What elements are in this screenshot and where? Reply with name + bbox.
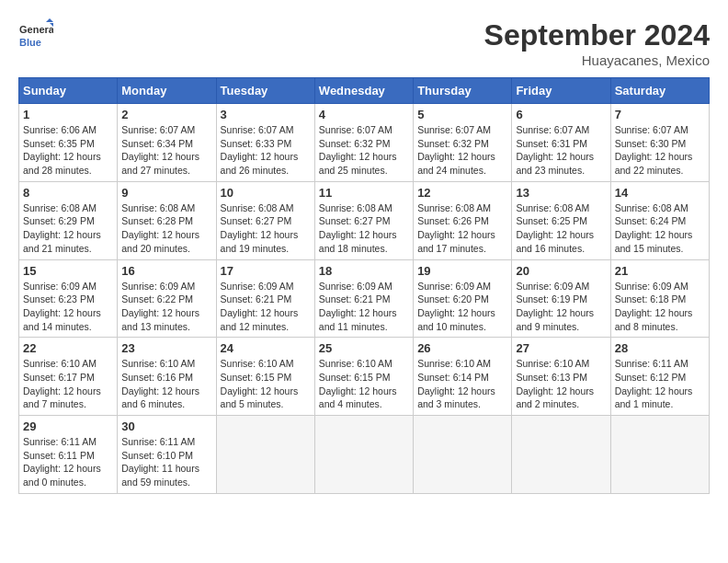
month-title: September 2024	[484, 18, 710, 52]
day-cell-18: 18Sunrise: 6:09 AMSunset: 6:21 PMDayligh…	[314, 259, 413, 338]
empty-cell	[216, 416, 314, 494]
day-number: 27	[516, 341, 606, 355]
day-cell-21: 21Sunrise: 6:09 AMSunset: 6:18 PMDayligh…	[610, 259, 709, 338]
day-info: Sunrise: 6:08 AMSunset: 6:24 PMDaylight:…	[615, 201, 705, 256]
day-cell-10: 10Sunrise: 6:08 AMSunset: 6:27 PMDayligh…	[216, 181, 314, 259]
day-info: Sunrise: 6:09 AMSunset: 6:19 PMDaylight:…	[516, 280, 606, 334]
day-info: Sunrise: 6:07 AMSunset: 6:32 PMDaylight:…	[319, 123, 409, 178]
calendar-week-row: 8Sunrise: 6:08 AMSunset: 6:29 PMDaylight…	[19, 181, 710, 259]
header-monday: Monday	[118, 78, 216, 104]
calendar-week-row: 15Sunrise: 6:09 AMSunset: 6:23 PMDayligh…	[19, 259, 710, 338]
day-cell-26: 26Sunrise: 6:10 AMSunset: 6:14 PMDayligh…	[414, 338, 512, 416]
day-info: Sunrise: 6:09 AMSunset: 6:22 PMDaylight:…	[121, 280, 211, 334]
day-cell-13: 13Sunrise: 6:08 AMSunset: 6:25 PMDayligh…	[512, 181, 610, 259]
svg-text:General: General	[19, 24, 53, 35]
empty-cell	[414, 416, 512, 494]
day-info: Sunrise: 6:10 AMSunset: 6:14 PMDaylight:…	[417, 357, 507, 411]
day-info: Sunrise: 6:10 AMSunset: 6:17 PMDaylight:…	[23, 357, 113, 411]
day-number: 21	[615, 264, 705, 278]
day-number: 16	[121, 264, 211, 278]
day-number: 18	[319, 264, 409, 278]
header-wednesday: Wednesday	[314, 78, 413, 104]
day-number: 12	[417, 186, 507, 200]
svg-marker-2	[46, 18, 53, 22]
day-number: 23	[121, 341, 211, 355]
day-number: 30	[121, 419, 211, 433]
day-number: 14	[615, 186, 705, 200]
day-cell-23: 23Sunrise: 6:10 AMSunset: 6:16 PMDayligh…	[118, 338, 216, 416]
day-info: Sunrise: 6:09 AMSunset: 6:21 PMDaylight:…	[319, 280, 409, 334]
day-info: Sunrise: 6:07 AMSunset: 6:34 PMDaylight:…	[121, 123, 211, 178]
day-cell-28: 28Sunrise: 6:11 AMSunset: 6:12 PMDayligh…	[610, 338, 709, 416]
day-cell-30: 30Sunrise: 6:11 AMSunset: 6:10 PMDayligh…	[118, 416, 216, 494]
title-block: September 2024 Huayacanes, Mexico	[484, 18, 710, 68]
day-info: Sunrise: 6:08 AMSunset: 6:26 PMDaylight:…	[417, 201, 507, 256]
day-cell-19: 19Sunrise: 6:09 AMSunset: 6:20 PMDayligh…	[414, 259, 512, 338]
header-saturday: Saturday	[610, 78, 709, 104]
day-info: Sunrise: 6:09 AMSunset: 6:20 PMDaylight:…	[417, 280, 507, 334]
day-cell-12: 12Sunrise: 6:08 AMSunset: 6:26 PMDayligh…	[414, 181, 512, 259]
day-number: 10	[221, 186, 311, 200]
day-number: 1	[23, 108, 113, 121]
day-info: Sunrise: 6:10 AMSunset: 6:15 PMDaylight:…	[221, 357, 311, 411]
day-number: 15	[23, 264, 113, 278]
day-number: 19	[417, 264, 507, 278]
header-thursday: Thursday	[414, 78, 512, 104]
day-info: Sunrise: 6:11 AMSunset: 6:11 PMDaylight:…	[23, 435, 113, 489]
day-cell-5: 5Sunrise: 6:07 AMSunset: 6:32 PMDaylight…	[414, 104, 512, 182]
day-info: Sunrise: 6:07 AMSunset: 6:33 PMDaylight:…	[221, 123, 311, 178]
logo-icon-wrapper: General Blue	[18, 18, 53, 53]
day-info: Sunrise: 6:07 AMSunset: 6:32 PMDaylight:…	[417, 123, 507, 178]
day-info: Sunrise: 6:11 AMSunset: 6:10 PMDaylight:…	[121, 435, 211, 489]
logo-container: General Blue	[18, 18, 53, 53]
day-info: Sunrise: 6:09 AMSunset: 6:21 PMDaylight:…	[221, 280, 311, 334]
day-cell-14: 14Sunrise: 6:08 AMSunset: 6:24 PMDayligh…	[610, 181, 709, 259]
page-header: General Blue September 2024 Huayacanes, …	[18, 18, 710, 68]
day-number: 6	[516, 108, 606, 121]
day-cell-1: 1Sunrise: 6:06 AMSunset: 6:35 PMDaylight…	[19, 104, 118, 182]
day-number: 28	[615, 341, 705, 355]
day-number: 26	[417, 341, 507, 355]
day-info: Sunrise: 6:08 AMSunset: 6:29 PMDaylight:…	[23, 201, 113, 256]
calendar-week-row: 1Sunrise: 6:06 AMSunset: 6:35 PMDaylight…	[19, 104, 710, 182]
location: Huayacanes, Mexico	[484, 52, 710, 68]
day-cell-24: 24Sunrise: 6:10 AMSunset: 6:15 PMDayligh…	[216, 338, 314, 416]
day-headers-row: Sunday Monday Tuesday Wednesday Thursday…	[19, 78, 710, 104]
day-number: 17	[221, 264, 311, 278]
day-cell-17: 17Sunrise: 6:09 AMSunset: 6:21 PMDayligh…	[216, 259, 314, 338]
day-number: 11	[319, 186, 409, 200]
day-number: 2	[121, 108, 211, 121]
day-number: 20	[516, 264, 606, 278]
day-cell-3: 3Sunrise: 6:07 AMSunset: 6:33 PMDaylight…	[216, 104, 314, 182]
day-cell-6: 6Sunrise: 6:07 AMSunset: 6:31 PMDaylight…	[512, 104, 610, 182]
day-number: 4	[319, 108, 409, 121]
day-number: 3	[221, 108, 311, 121]
empty-cell	[314, 416, 413, 494]
day-info: Sunrise: 6:09 AMSunset: 6:23 PMDaylight:…	[23, 280, 113, 334]
day-number: 29	[23, 419, 113, 433]
day-info: Sunrise: 6:10 AMSunset: 6:15 PMDaylight:…	[319, 357, 409, 411]
day-info: Sunrise: 6:10 AMSunset: 6:16 PMDaylight:…	[121, 357, 211, 411]
calendar-week-row: 29Sunrise: 6:11 AMSunset: 6:11 PMDayligh…	[19, 416, 710, 494]
day-cell-22: 22Sunrise: 6:10 AMSunset: 6:17 PMDayligh…	[19, 338, 118, 416]
logo-svg: General Blue	[18, 18, 53, 53]
day-info: Sunrise: 6:11 AMSunset: 6:12 PMDaylight:…	[615, 357, 705, 411]
day-info: Sunrise: 6:08 AMSunset: 6:27 PMDaylight:…	[221, 201, 311, 256]
day-info: Sunrise: 6:07 AMSunset: 6:30 PMDaylight:…	[615, 123, 705, 178]
day-cell-11: 11Sunrise: 6:08 AMSunset: 6:27 PMDayligh…	[314, 181, 413, 259]
day-info: Sunrise: 6:07 AMSunset: 6:31 PMDaylight:…	[516, 123, 606, 178]
day-cell-27: 27Sunrise: 6:10 AMSunset: 6:13 PMDayligh…	[512, 338, 610, 416]
day-number: 25	[319, 341, 409, 355]
day-cell-9: 9Sunrise: 6:08 AMSunset: 6:28 PMDaylight…	[118, 181, 216, 259]
day-number: 8	[23, 186, 113, 200]
calendar-table: Sunday Monday Tuesday Wednesday Thursday…	[18, 77, 710, 494]
day-cell-20: 20Sunrise: 6:09 AMSunset: 6:19 PMDayligh…	[512, 259, 610, 338]
header-sunday: Sunday	[19, 78, 118, 104]
day-number: 5	[417, 108, 507, 121]
day-cell-7: 7Sunrise: 6:07 AMSunset: 6:30 PMDaylight…	[610, 104, 709, 182]
header-friday: Friday	[512, 78, 610, 104]
day-info: Sunrise: 6:10 AMSunset: 6:13 PMDaylight:…	[516, 357, 606, 411]
day-cell-29: 29Sunrise: 6:11 AMSunset: 6:11 PMDayligh…	[19, 416, 118, 494]
svg-text:Blue: Blue	[19, 37, 41, 48]
day-info: Sunrise: 6:09 AMSunset: 6:18 PMDaylight:…	[615, 280, 705, 334]
